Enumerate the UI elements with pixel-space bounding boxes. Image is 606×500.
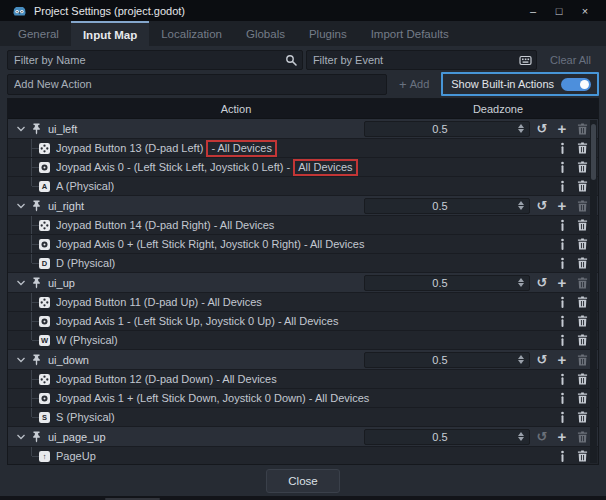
revert-action-button[interactable]: ↺ [535, 121, 549, 136]
action-row-ui_down[interactable]: ui_down0.5↺+ [8, 350, 598, 370]
delete-action-button[interactable] [575, 121, 589, 136]
filter-by-event-input[interactable] [306, 50, 537, 70]
action-buttons: ↺+ [530, 352, 598, 367]
delete-event-button[interactable] [575, 333, 589, 348]
event-info-button[interactable] [555, 333, 569, 348]
event-row[interactable]: Joypad Axis 1 + (Left Stick Down, Joysti… [8, 389, 598, 408]
delete-event-button[interactable] [575, 179, 589, 194]
delete-event-button[interactable] [575, 295, 589, 310]
deadzone-spinbox[interactable]: 0.5 [364, 275, 530, 291]
action-row-ui_up[interactable]: ui_up0.5↺+ [8, 273, 598, 293]
event-info-button[interactable] [555, 256, 569, 271]
delete-event-button[interactable] [575, 141, 589, 156]
event-info-button[interactable] [555, 410, 569, 425]
delete-event-button[interactable] [575, 218, 589, 233]
event-row[interactable]: Joypad Button 14 (D-pad Right) - All Dev… [8, 216, 598, 235]
delete-event-button[interactable] [575, 256, 589, 271]
action-row-ui_right[interactable]: ui_right0.5↺+ [8, 196, 598, 216]
minimize-button[interactable]: – [520, 0, 546, 21]
delete-event-button[interactable] [575, 372, 589, 387]
event-row[interactable]: Joypad Button 13 (D-pad Left)- All Devic… [8, 139, 598, 158]
revert-action-button[interactable]: ↺ [535, 198, 549, 213]
action-name: ui_right [48, 200, 364, 212]
delete-action-button[interactable] [575, 275, 589, 290]
spinbox-arrows-icon[interactable] [515, 432, 529, 441]
deadzone-spinbox[interactable]: 0.5 [364, 352, 530, 368]
event-info-button[interactable] [555, 449, 569, 464]
show-builtin-toggle[interactable] [561, 78, 591, 91]
add-event-button[interactable]: + [555, 275, 569, 290]
collapse-chevron-icon[interactable] [15, 123, 27, 135]
event-info-button[interactable] [555, 237, 569, 252]
collapse-chevron-icon[interactable] [15, 200, 27, 212]
deadzone-spinbox[interactable]: 0.5 [364, 198, 530, 214]
collapse-chevron-icon[interactable] [15, 431, 27, 443]
tab-import-defaults[interactable]: Import Defaults [359, 21, 461, 46]
spinbox-arrows-icon[interactable] [515, 124, 529, 133]
event-info-button[interactable] [555, 179, 569, 194]
add-event-button[interactable]: + [555, 198, 569, 213]
delete-event-button[interactable] [575, 391, 589, 406]
tab-plugins[interactable]: Plugins [297, 21, 359, 46]
event-row[interactable]: Joypad Axis 0 + (Left Stick Right, Joyst… [8, 235, 598, 254]
event-row[interactable]: Joypad Button 11 (D-pad Up) - All Device… [8, 293, 598, 312]
close-dialog-button[interactable]: Close [266, 469, 340, 493]
collapse-chevron-icon[interactable] [15, 277, 27, 289]
event-info-button[interactable] [555, 160, 569, 175]
annotation-highlight-box: - All Devices [206, 140, 277, 157]
delete-action-button[interactable] [575, 429, 589, 444]
event-info-button[interactable] [555, 141, 569, 156]
tab-input-map[interactable]: Input Map [71, 21, 149, 46]
event-info-button[interactable] [555, 295, 569, 310]
vertical-scrollbar[interactable] [590, 120, 597, 463]
collapse-chevron-icon[interactable] [15, 354, 27, 366]
tab-globals[interactable]: Globals [234, 21, 297, 46]
event-row[interactable]: Joypad Axis 1 - (Left Stick Up, Joystick… [8, 312, 598, 331]
scrollbar-thumb[interactable] [591, 124, 596, 180]
event-row[interactable]: ↑PageUp [8, 447, 598, 465]
event-info-button[interactable] [555, 218, 569, 233]
tab-localization[interactable]: Localization [149, 21, 234, 46]
deadzone-spinbox[interactable]: 0.5 [364, 429, 530, 445]
add-event-button[interactable]: + [555, 352, 569, 367]
action-row-ui_left[interactable]: ui_left0.5↺+ [8, 119, 598, 139]
maximize-button[interactable]: □ [546, 0, 572, 21]
event-row[interactable]: AA (Physical) [8, 177, 598, 196]
delete-action-button[interactable] [575, 352, 589, 367]
tab-general[interactable]: General [6, 21, 71, 46]
action-row-ui_page_up[interactable]: ui_page_up0.5↺+ [8, 427, 598, 447]
event-row[interactable]: Joypad Axis 0 - (Left Stick Left, Joysti… [8, 158, 598, 177]
event-info-button[interactable] [555, 372, 569, 387]
event-row[interactable]: Joypad Button 12 (D-pad Down) - All Devi… [8, 370, 598, 389]
deadzone-value: 0.5 [365, 123, 515, 135]
event-row[interactable]: WW (Physical) [8, 331, 598, 350]
spinbox-arrows-icon[interactable] [515, 355, 529, 364]
delete-event-button[interactable] [575, 449, 589, 464]
delete-event-button[interactable] [575, 314, 589, 329]
delete-action-button[interactable] [575, 198, 589, 213]
event-info-button[interactable] [555, 391, 569, 406]
add-event-button[interactable]: + [555, 121, 569, 136]
add-new-action-input[interactable] [7, 74, 387, 95]
delete-event-button[interactable] [575, 410, 589, 425]
event-row[interactable]: SS (Physical) [8, 408, 598, 427]
event-keyboard-icon[interactable] [519, 54, 532, 67]
delete-event-button[interactable] [575, 237, 589, 252]
event-text: Joypad Axis 0 - (Left Stick Left, Joysti… [56, 161, 290, 173]
deadzone-spinbox[interactable]: 0.5 [364, 121, 530, 137]
close-window-button[interactable]: × [572, 0, 598, 21]
revert-action-button[interactable]: ↺ [535, 429, 549, 444]
add-action-button[interactable]: + Add [391, 74, 437, 95]
add-event-button[interactable]: + [555, 429, 569, 444]
revert-action-button[interactable]: ↺ [535, 352, 549, 367]
event-row[interactable]: DD (Physical) [8, 254, 598, 273]
spinbox-arrows-icon[interactable] [515, 201, 529, 210]
spinbox-arrows-icon[interactable] [515, 278, 529, 287]
filter-by-name-input[interactable] [7, 50, 303, 70]
clear-all-button[interactable]: Clear All [540, 54, 599, 66]
joypad-axis-icon [39, 316, 50, 327]
tree-guide-line [8, 235, 39, 253]
event-info-button[interactable] [555, 314, 569, 329]
revert-action-button[interactable]: ↺ [535, 275, 549, 290]
delete-event-button[interactable] [575, 160, 589, 175]
